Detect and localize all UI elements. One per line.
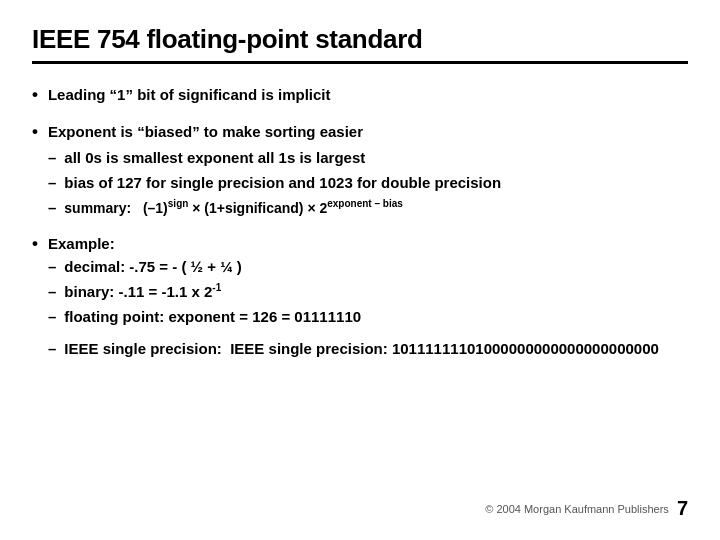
bullet-section-1: • Leading “1” bit of significand is impl… [32,84,688,107]
bullet-2-marker: • [32,122,38,142]
footer: © 2004 Morgan Kaufmann Publishers 7 [32,489,688,520]
content-area: • Leading “1” bit of significand is impl… [32,84,688,489]
slide: IEEE 754 floating-point standard • Leadi… [0,0,720,540]
example-fp-text: floating point: exponent = 126 = 0111111… [64,306,361,329]
dash-icon: – [48,197,56,220]
example-sublist: – decimal: -.75 = - ( ½ + ¼ ) – binary: … [48,256,659,361]
bullet-2-sublist: – all 0s is smallest exponent all 1s is … [48,147,501,219]
example-fp: – floating point: exponent = 126 = 01111… [48,306,659,329]
dash-icon: – [48,172,56,195]
page-number: 7 [677,497,688,520]
example-decimal: – decimal: -.75 = - ( ½ + ¼ ) [48,256,659,279]
sub-item-2-1: – all 0s is smallest exponent all 1s is … [48,147,501,170]
bullet-1-text: Leading “1” bit of significand is implic… [48,84,331,107]
slide-title: IEEE 754 floating-point standard [32,24,688,55]
sub-item-2-2: – bias of 127 for single precision and 1… [48,172,501,195]
summary-label: summary: [64,200,131,216]
example-decimal-text: decimal: -.75 = - ( ½ + ¼ ) [64,256,242,279]
bullet-3-content: Example: – decimal: -.75 = - ( ½ + ¼ ) –… [48,233,659,361]
bullet-section-3: • Example: – decimal: -.75 = - ( ½ + ¼ )… [32,233,688,361]
bullet-2-content: Exponent is “biased” to make sorting eas… [48,121,501,220]
bullet-3-text: Example: [48,233,659,256]
bullet-2-text: Exponent is “biased” to make sorting eas… [48,121,501,144]
copyright-text: © 2004 Morgan Kaufmann Publishers [485,503,669,515]
bullet-3-marker: • [32,234,38,254]
example-binary-text: binary: -.11 = -1.1 x 2-1 [64,280,221,304]
example-binary: – binary: -.11 = -1.1 x 2-1 [48,280,659,304]
sub-item-2-2-text: bias of 127 for single precision and 102… [64,172,501,195]
bullet-section-2: • Exponent is “biased” to make sorting e… [32,121,688,220]
sub-item-2-3: – summary: (–1)sign × (1+significand) × … [48,196,501,219]
bullet-1-marker: • [32,85,38,105]
dash-icon: – [48,306,56,329]
dash-icon: – [48,256,56,279]
dash-icon: – [48,281,56,304]
title-underline [32,61,688,64]
example-ieee-text: IEEE single precision: IEEE single preci… [64,338,659,361]
dash-icon: – [48,147,56,170]
dash-icon: – [48,338,56,361]
sub-item-2-1-text: all 0s is smallest exponent all 1s is la… [64,147,365,170]
example-ieee: – IEEE single precision: IEEE single pre… [48,338,659,361]
ieee-bits: IEEE single precision: 10111111101000000… [230,340,659,357]
formula-text: summary: (–1)sign × (1+significand) × 2e… [64,196,403,219]
